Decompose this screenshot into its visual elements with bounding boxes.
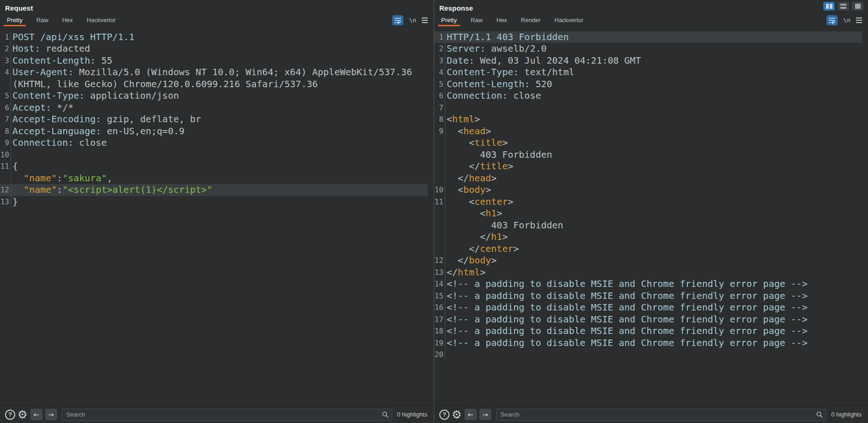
code-line[interactable]: 403 Forbidden xyxy=(434,220,862,232)
code-line[interactable]: 9Connection: close xyxy=(0,137,428,149)
layout-columns-button[interactable] xyxy=(823,2,835,11)
response-editor[interactable]: 1HTTP/1.1 403 Forbidden2Server: awselb/2… xyxy=(434,27,862,361)
word-wrap-toggle-button[interactable] xyxy=(392,15,403,25)
code-text: <html> xyxy=(447,113,480,125)
tab-pretty[interactable]: Pretty xyxy=(4,14,26,26)
code-line[interactable]: 5Content-Type: application/json xyxy=(0,90,428,102)
code-line[interactable]: 1POST /api/xss HTTP/1.1 xyxy=(0,31,428,43)
show-newlines-toggle[interactable]: \n xyxy=(843,17,850,24)
response-panel-header: Response PrettyRawHexRenderHackvertor \n xyxy=(434,0,868,26)
code-line[interactable]: 5Content-Length: 520 xyxy=(434,78,862,90)
code-text: <!-- a padding to disable MSIE and Chrom… xyxy=(447,325,808,337)
line-number xyxy=(434,173,445,185)
code-text: "name":"<script>alert(1)</script>" xyxy=(12,184,213,196)
code-text: 403 Forbidden xyxy=(447,149,552,161)
code-line[interactable]: 8Accept-Language: en-US,en;q=0.9 xyxy=(0,125,428,137)
single-pane-icon xyxy=(855,4,861,9)
request-editor[interactable]: 1POST /api/xss HTTP/1.12Host: redacted3C… xyxy=(0,27,428,208)
code-line[interactable]: 6Accept: */* xyxy=(0,102,428,114)
code-line[interactable]: </title> xyxy=(434,161,862,173)
show-newlines-toggle[interactable]: \n xyxy=(409,17,416,24)
code-line[interactable]: 15<!-- a padding to disable MSIE and Chr… xyxy=(434,290,862,302)
code-line[interactable]: 20 xyxy=(434,349,862,361)
previous-match-button[interactable]: ← xyxy=(30,409,42,420)
code-text: </title> xyxy=(447,161,514,173)
previous-match-button[interactable]: ← xyxy=(465,409,477,420)
line-number: 12 xyxy=(434,255,445,267)
request-search-input[interactable] xyxy=(62,409,393,421)
line-number: 10 xyxy=(434,184,445,196)
code-line[interactable]: <h1> xyxy=(434,208,862,220)
code-line[interactable]: 3Date: Wed, 03 Jul 2024 04:21:08 GMT xyxy=(434,55,862,67)
editor-menu-icon[interactable] xyxy=(856,17,862,24)
line-number: 4 xyxy=(0,66,11,78)
layout-single-button[interactable] xyxy=(852,2,863,11)
code-line[interactable]: 2Server: awselb/2.0 xyxy=(434,43,862,55)
line-number: 17 xyxy=(434,314,445,326)
code-line[interactable]: 9 <head> xyxy=(434,125,862,137)
code-line[interactable]: 11{ xyxy=(0,161,428,173)
code-line[interactable]: 13} xyxy=(0,196,428,208)
code-line[interactable]: 18<!-- a padding to disable MSIE and Chr… xyxy=(434,325,862,337)
tab-render[interactable]: Render xyxy=(518,14,544,26)
code-line[interactable]: </h1> xyxy=(434,231,862,243)
request-editor-toolbar: \n xyxy=(392,14,428,26)
code-text: Connection: close xyxy=(447,90,541,102)
help-icon[interactable]: ? xyxy=(5,410,15,420)
layout-rows-button[interactable] xyxy=(838,2,849,11)
code-line[interactable]: 10 <body> xyxy=(434,184,862,196)
code-line[interactable]: 19<!-- a padding to disable MSIE and Chr… xyxy=(434,337,862,349)
request-panel-header: Request PrettyRawHexHackvertor \n xyxy=(0,0,434,26)
code-text: } xyxy=(12,196,18,208)
line-number xyxy=(0,173,11,185)
code-line[interactable]: </head> xyxy=(434,173,862,185)
next-match-button[interactable]: → xyxy=(45,409,57,420)
code-line[interactable]: 10 xyxy=(0,149,428,161)
tab-pretty[interactable]: Pretty xyxy=(438,14,460,26)
code-line[interactable]: 3Content-Length: 55 xyxy=(0,55,428,67)
editor-menu-icon[interactable] xyxy=(422,17,428,24)
code-line[interactable]: 16<!-- a padding to disable MSIE and Chr… xyxy=(434,302,862,314)
tab-hex[interactable]: Hex xyxy=(493,14,510,26)
line-number: 5 xyxy=(434,78,445,90)
code-line[interactable]: 11 <center> xyxy=(434,196,862,208)
code-text: <center> xyxy=(447,196,514,208)
code-text: Content-Length: 55 xyxy=(12,55,112,67)
code-line[interactable]: 6Connection: close xyxy=(434,90,862,102)
code-text: </body> xyxy=(447,255,496,267)
line-number: 7 xyxy=(0,113,11,125)
response-search-input[interactable] xyxy=(496,409,827,421)
panel-splitter[interactable] xyxy=(434,0,434,423)
code-line[interactable]: "name":"sakura", xyxy=(0,173,428,185)
code-line[interactable]: 7Accept-Encoding: gzip, deflate, br xyxy=(0,113,428,125)
help-icon[interactable]: ? xyxy=(439,410,449,420)
code-line[interactable]: <title> xyxy=(434,137,862,149)
tab-raw[interactable]: Raw xyxy=(33,14,52,26)
code-line[interactable]: 13</html> xyxy=(434,267,862,279)
code-line[interactable]: 14<!-- a padding to disable MSIE and Chr… xyxy=(434,278,862,290)
code-line[interactable]: 12 </body> xyxy=(434,255,862,267)
tab-hackvertor[interactable]: Hackvertor xyxy=(551,14,587,26)
code-line[interactable]: 4User-Agent: Mozilla/5.0 (Windows NT 10.… xyxy=(0,66,428,78)
code-line[interactable]: 403 Forbidden xyxy=(434,149,862,161)
code-line[interactable]: 4Content-Type: text/html xyxy=(434,66,862,78)
line-number: 12 xyxy=(0,184,11,196)
word-wrap-toggle-button[interactable] xyxy=(827,15,838,25)
next-match-button[interactable]: → xyxy=(479,409,491,420)
tab-hex[interactable]: Hex xyxy=(59,14,76,26)
gear-icon[interactable]: ⚙ xyxy=(452,409,462,420)
code-line[interactable]: 7 xyxy=(434,102,862,114)
tab-raw[interactable]: Raw xyxy=(467,14,486,26)
code-line[interactable]: </center> xyxy=(434,243,862,255)
code-text: </h1> xyxy=(447,231,508,243)
code-line[interactable]: (KHTML, like Gecko) Chrome/120.0.6099.21… xyxy=(0,78,428,90)
code-line[interactable]: 8<html> xyxy=(434,113,862,125)
code-line[interactable]: 1HTTP/1.1 403 Forbidden xyxy=(434,31,862,43)
word-wrap-icon xyxy=(828,17,836,24)
line-number: 11 xyxy=(434,196,445,208)
code-line[interactable]: 17<!-- a padding to disable MSIE and Chr… xyxy=(434,314,862,326)
code-line[interactable]: 2Host: redacted xyxy=(0,43,428,55)
tab-hackvertor[interactable]: Hackvertor xyxy=(83,14,119,26)
code-line[interactable]: 12 "name":"<script>alert(1)</script>" xyxy=(0,184,428,196)
gear-icon[interactable]: ⚙ xyxy=(18,409,28,420)
